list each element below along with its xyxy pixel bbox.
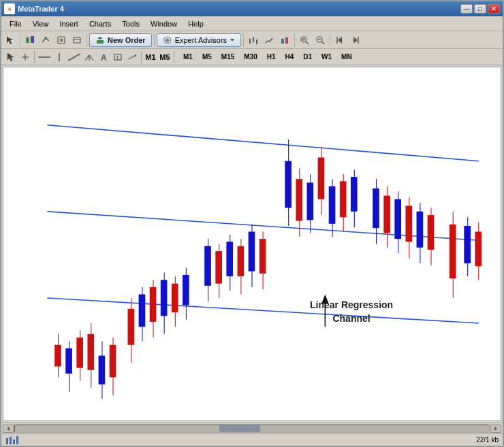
svg-rect-72 (204, 246, 211, 286)
draw-sep2 (141, 51, 142, 63)
profile-btn2[interactable] (38, 33, 53, 48)
tf-h1[interactable]: H1 (263, 52, 280, 62)
svg-text:A: A (101, 53, 107, 62)
svg-rect-56 (99, 356, 106, 384)
status-left (5, 435, 19, 445)
tf-m1[interactable]: M1 (179, 52, 197, 62)
title-bar: 4 MetaTrader 4 — □ ✕ (1, 1, 503, 16)
vline-tool[interactable] (52, 50, 66, 64)
status-info: 22/1 kb (476, 436, 499, 444)
expert-advisors-button[interactable]: Expert Advisors (157, 33, 241, 47)
expert-advisors-label: Expert Advisors (175, 36, 227, 44)
title-bar-text: MetaTrader 4 (18, 5, 64, 13)
svg-rect-106 (417, 212, 424, 248)
tf-m5[interactable]: M5 (198, 52, 216, 62)
select-tool[interactable] (4, 50, 18, 64)
svg-rect-80 (249, 231, 255, 271)
profile-btn3[interactable] (54, 33, 69, 48)
zoom-in-button[interactable] (297, 33, 312, 48)
tf-w1[interactable]: W1 (317, 52, 336, 62)
menu-file[interactable]: File (4, 18, 27, 29)
svg-rect-112 (464, 226, 471, 263)
new-order-label: New Order (108, 36, 146, 44)
svg-rect-110 (450, 225, 456, 278)
cursor-tool[interactable] (3, 33, 18, 48)
svg-rect-62 (139, 295, 146, 327)
svg-rect-102 (394, 199, 401, 239)
svg-rect-60 (128, 309, 135, 345)
minimize-button[interactable]: — (460, 4, 473, 14)
tf-m30[interactable]: M30 (240, 52, 261, 62)
svg-marker-0 (7, 37, 13, 44)
chart-wrapper: Linear Regression Channel (1, 65, 503, 423)
svg-rect-64 (150, 287, 157, 322)
close-button[interactable]: ✕ (488, 4, 500, 14)
pitchfork-tool[interactable] (82, 50, 96, 64)
status-bar: 22/1 kb (1, 433, 503, 446)
new-order-button[interactable]: New Order (89, 33, 152, 47)
sep5 (294, 33, 295, 47)
svg-rect-66 (161, 280, 168, 316)
menu-view[interactable]: View (27, 18, 54, 29)
svg-rect-86 (296, 179, 302, 220)
scroll-right-btn[interactable] (490, 425, 501, 433)
svg-line-26 (321, 42, 324, 44)
tf-mn[interactable]: MN (337, 52, 356, 62)
svg-rect-119 (6, 438, 8, 444)
svg-rect-70 (183, 275, 189, 305)
svg-rect-84 (285, 161, 292, 208)
svg-rect-90 (318, 157, 325, 199)
sep3 (154, 33, 155, 47)
text-tool[interactable]: A (97, 50, 110, 64)
scrollbar-thumb[interactable] (219, 425, 260, 432)
svg-marker-13 (230, 39, 234, 42)
sep6 (330, 33, 330, 47)
svg-rect-20 (285, 37, 288, 44)
svg-rect-54 (87, 334, 94, 370)
tf-h4[interactable]: H4 (281, 52, 298, 62)
tf-m15[interactable]: M15 (217, 52, 238, 62)
menu-window[interactable]: Window (145, 18, 183, 29)
trendline-tool[interactable] (67, 50, 82, 64)
sep4 (243, 33, 244, 47)
chart-area[interactable]: Linear Regression Channel (3, 67, 501, 421)
arrow-tool[interactable] (125, 50, 139, 64)
label-line2: Channel (332, 313, 370, 324)
chart-annotation-label: Linear Regression Channel (310, 299, 393, 325)
scrollbar-track[interactable] (14, 425, 490, 433)
chart-type-1[interactable] (246, 33, 261, 48)
chart-type-2[interactable] (262, 33, 277, 48)
horizontal-scrollbar[interactable] (1, 423, 503, 433)
period-sep-tool[interactable]: M1 (144, 50, 157, 64)
crosshair-tool[interactable] (18, 50, 32, 64)
svg-rect-52 (76, 337, 83, 367)
hline-tool[interactable] (37, 50, 52, 64)
scroll-right[interactable] (348, 33, 363, 48)
svg-rect-114 (475, 231, 482, 266)
title-bar-buttons: — □ ✕ (460, 4, 500, 14)
profile-btn4[interactable] (69, 33, 84, 48)
svg-rect-78 (238, 246, 245, 276)
zoom-out-button[interactable] (313, 33, 328, 48)
scroll-left[interactable] (332, 33, 347, 48)
textbox-tool[interactable]: T (111, 50, 125, 64)
svg-rect-108 (428, 215, 435, 250)
svg-rect-74 (215, 251, 222, 284)
profile-btn1[interactable] (22, 33, 37, 48)
svg-rect-7 (74, 37, 80, 43)
period-m5[interactable]: M5 (158, 50, 172, 64)
scroll-left-btn[interactable] (3, 425, 14, 433)
chart-type-3[interactable] (277, 33, 292, 48)
svg-rect-58 (110, 345, 116, 378)
menu-insert[interactable]: Insert (54, 18, 84, 29)
svg-line-22 (306, 42, 309, 44)
svg-marker-117 (7, 427, 10, 431)
maximize-button[interactable]: □ (474, 4, 486, 14)
svg-rect-120 (10, 437, 12, 444)
menu-help[interactable]: Help (183, 18, 209, 29)
tf-d1[interactable]: D1 (299, 52, 316, 62)
status-icon (5, 435, 19, 445)
label-line1: Linear Regression (310, 299, 393, 310)
menu-charts[interactable]: Charts (84, 18, 116, 29)
menu-tools[interactable]: Tools (116, 18, 145, 29)
